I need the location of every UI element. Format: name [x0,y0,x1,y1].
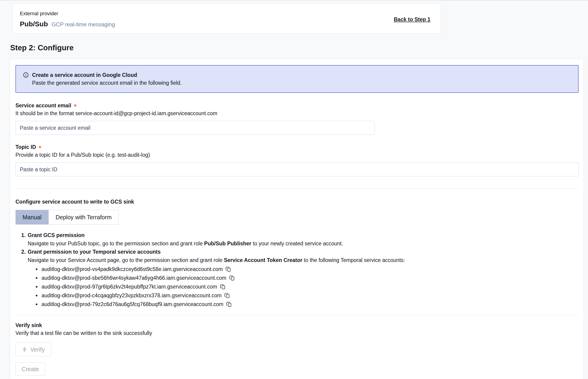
copy-icon[interactable] [225,266,231,272]
list-item: auditlog-dktxv@prod-sbe56h6wr4sykaw47a6y… [36,273,405,282]
topic-id-helper: Provide a topic ID for a Pub/Sub topic (… [15,151,578,159]
step-title: Grant GCS permission [28,231,343,239]
provider-description: GCP real-time messaging [52,21,115,28]
step-body-text: to your newly created service account. [251,240,343,247]
step-number: 1. [21,231,28,248]
required-indicator-dot [39,146,41,148]
provider-row: Pub/Sub GCP real-time messaging [20,19,115,29]
provider-card: External provider Pub/Sub GCP real-time … [13,3,441,33]
info-banner-text: Create a service account in Google Cloud… [32,71,182,87]
service-account-email-label: Service account email [15,102,71,110]
topic-id-label-row: Topic ID [15,143,578,151]
step-body: Navigate to your Service Account page, g… [28,256,405,264]
verify-sink-description: Verify that a test file can be written t… [15,329,578,337]
tab-manual[interactable]: Manual [16,210,48,224]
topic-id-field-group: Topic ID Provide a topic ID for a Pub/Su… [15,143,578,176]
bolt-icon [22,347,28,352]
step-content: Grant permission to your Temporal servic… [28,248,405,309]
step-body-text: Navigate to your Service Account page, g… [28,257,224,263]
bullet-dot [36,277,37,279]
step-content: Grant GCS permission Navigate to your Pu… [28,231,343,248]
list-item: auditlog-dktxv@prod-97gr6tp6zkv2t4epubff… [36,282,405,291]
bullet-dot [36,286,37,288]
info-banner-title: Create a service account in Google Cloud [32,71,182,79]
copy-icon[interactable] [220,284,226,290]
copy-icon[interactable] [224,293,230,299]
provider-label: External provider [20,10,115,17]
tab-deploy-with-terraform[interactable]: Deploy with Terraform [48,210,119,224]
verify-button-label: Verify [30,346,45,353]
section-divider [15,188,579,189]
verify-button[interactable]: Verify [15,343,51,356]
manual-steps-list: 1. Grant GCS permission Navigate to your… [21,231,578,309]
list-item: auditlog-dktxv@prod-c4cqaqgbfzy23vpzkbxz… [36,291,405,300]
step-body-role-name: Pub/Sub Publisher [204,240,251,247]
back-to-step-1-link[interactable]: Back to Step 1 [394,16,431,23]
page-title: Step 2: Configure [10,44,588,52]
step-body-text: to the following Temporal service accoun… [302,257,405,263]
configure-method-tabs: Manual Deploy with Terraform [15,210,119,225]
service-account-email-input[interactable] [15,121,375,135]
bullet-dot [36,295,37,296]
step-body-role-name: Service Account Token Creator [224,257,302,263]
service-account-email-helper: It should be in the format service-accou… [15,110,578,117]
provider-name: Pub/Sub [20,19,48,29]
page-top-divider [0,0,588,0]
service-account-email-label-row: Service account email [15,102,578,110]
service-account-email-text: auditlog-dktxv@prod-c4cqaqgbfzy23vpzkbxz… [42,291,221,300]
list-item: auditlog-dktxv@prod-79z2c6d76au6g5fcq768… [36,300,405,309]
topic-id-label: Topic ID [15,143,36,151]
info-icon [23,72,29,79]
service-account-email-text: auditlog-dktxv@prod-79z2c6d76au6g5fcq768… [42,300,223,308]
step-body-text: Navigate to your PubSub topic, go to the… [28,240,204,247]
bullet-dot [36,303,37,305]
step-body: Navigate to your PubSub topic, go to the… [28,239,343,248]
info-banner: Create a service account in Google Cloud… [15,65,579,93]
info-banner-body: Paste the generated service account emai… [32,79,182,87]
create-button[interactable]: Create [15,362,45,376]
required-indicator-dot [74,104,76,107]
step-number: 2. [21,248,28,309]
provider-info: External provider Pub/Sub GCP real-time … [20,10,115,29]
verify-sink-title: Verify sink [15,321,578,329]
configure-card: Create a service account in Google Cloud… [10,59,584,379]
step-grant-temporal-permission: 2. Grant permission to your Temporal ser… [21,248,578,309]
step-grant-gcs-permission: 1. Grant GCS permission Navigate to your… [21,231,578,248]
step-title: Grant permission to your Temporal servic… [28,248,405,256]
service-account-email-text: auditlog-dktxv@prod-vs4padk9dkczcey6d6st… [42,265,223,273]
copy-icon[interactable] [226,301,232,307]
section-divider [15,315,579,315]
bullet-dot [36,268,37,270]
service-account-email-field-group: Service account email It should be in th… [15,102,578,135]
copy-icon[interactable] [229,275,235,281]
service-account-email-text: auditlog-dktxv@prod-97gr6tp6zkv2t4epubff… [42,283,217,291]
list-item: auditlog-dktxv@prod-vs4padk9dkczcey6d6st… [36,265,405,273]
temporal-service-account-list: auditlog-dktxv@prod-vs4padk9dkczcey6d6st… [36,265,405,309]
service-account-email-text: auditlog-dktxv@prod-sbe56h6wr4sykaw47a6y… [42,274,226,282]
topic-id-input[interactable] [15,162,579,176]
configure-section-title: Configure service account to write to GC… [15,198,578,206]
